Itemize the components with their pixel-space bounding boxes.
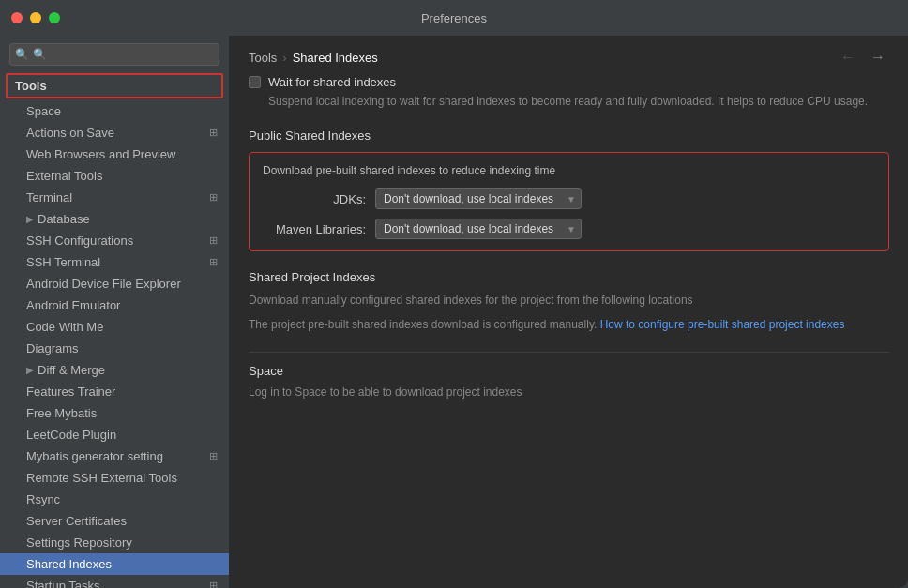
- sidebar-item-label: Mybatis generator setting: [26, 449, 163, 463]
- sidebar-item-rsync[interactable]: Rsync: [0, 489, 229, 510]
- main-content: 🔍 Tools Space Actions on Save ⊞ Web Brow…: [0, 36, 908, 588]
- sidebar-item-label: LeetCode Plugin: [26, 428, 116, 442]
- breadcrumb-parent[interactable]: Tools: [249, 51, 277, 65]
- sidebar-item-free-mybatis[interactable]: Free Mybatis: [0, 402, 229, 424]
- traffic-lights: [11, 12, 60, 23]
- wait-section: Wait for shared indexes Suspend local in…: [249, 75, 889, 110]
- search-input[interactable]: [9, 43, 219, 66]
- sidebar-item-label: Server Certificates: [26, 514, 127, 528]
- settings-icon: ⊞: [209, 127, 218, 139]
- sidebar-item-label: Rsync: [26, 492, 60, 506]
- search-wrap: 🔍: [9, 43, 219, 66]
- sidebar-item-actions-on-save[interactable]: Actions on Save ⊞: [0, 122, 229, 143]
- shared-project-title: Shared Project Indexes: [249, 270, 889, 284]
- jdks-select-wrap: Don't download, use local indexesDownloa…: [375, 188, 582, 209]
- sidebar-item-label: Web Browsers and Preview: [26, 147, 175, 161]
- chevron-right-icon: ▶: [26, 365, 34, 375]
- sidebar-item-ssh-terminal[interactable]: SSH Terminal ⊞: [0, 251, 229, 273]
- sidebar-item-label: Remote SSH External Tools: [26, 471, 177, 485]
- public-bordered-section: Download pre-built shared indexes to red…: [249, 152, 889, 251]
- sidebar-item-label: Code With Me: [26, 320, 103, 334]
- sidebar-item-android-file[interactable]: Android Device File Explorer: [0, 273, 229, 294]
- sidebar: 🔍 Tools Space Actions on Save ⊞ Web Brow…: [0, 36, 230, 588]
- sidebar-item-diff-merge[interactable]: ▶ Diff & Merge: [0, 359, 229, 381]
- main-panel: Tools › Shared Indexes ← → Wait for shar…: [230, 36, 908, 588]
- sidebar-item-label: Shared Indexes: [26, 557, 112, 571]
- sidebar-item-label: Diagrams: [26, 341, 79, 355]
- sidebar-item-label: SSH Terminal: [26, 255, 100, 269]
- sidebar-item-server-certs[interactable]: Server Certificates: [0, 510, 229, 532]
- sidebar-item-label: External Tools: [26, 169, 102, 183]
- sidebar-item-shared-indexes[interactable]: Shared Indexes: [0, 553, 229, 575]
- sidebar-item-startup-tasks[interactable]: Startup Tasks ⊞: [0, 575, 229, 588]
- sidebar-item-label: Android Device File Explorer: [26, 277, 181, 291]
- sidebar-list: Tools Space Actions on Save ⊞ Web Browse…: [0, 73, 229, 588]
- wait-checkbox[interactable]: [249, 76, 261, 88]
- sidebar-item-space[interactable]: Space: [0, 100, 229, 122]
- jdks-label: JDKs:: [263, 192, 366, 206]
- sidebar-item-remote-ssh[interactable]: Remote SSH External Tools: [0, 467, 229, 489]
- sidebar-item-ssh-config[interactable]: SSH Configurations ⊞: [0, 230, 229, 251]
- space-desc: Log in to Space to be able to download p…: [249, 385, 889, 399]
- sidebar-item-label: Terminal: [26, 190, 72, 204]
- public-section: Public Shared Indexes Download pre-built…: [249, 128, 889, 251]
- main-body: Wait for shared indexes Suspend local in…: [230, 75, 908, 588]
- space-section: Space Log in to Space to be able to down…: [249, 364, 889, 399]
- sidebar-item-external-tools[interactable]: External Tools: [0, 165, 229, 187]
- preferences-window: Preferences 🔍 Tools Space Actions on Sav…: [0, 0, 908, 588]
- detail-pre-text: The project pre-built shared indexes dow…: [249, 318, 600, 331]
- breadcrumb: Tools › Shared Indexes: [249, 51, 378, 65]
- chevron-right-icon: ▶: [26, 214, 34, 224]
- wait-checkbox-row: Wait for shared indexes: [249, 75, 889, 89]
- sidebar-item-code-with-me[interactable]: Code With Me: [0, 316, 229, 338]
- breadcrumb-current: Shared Indexes: [293, 51, 378, 65]
- maven-label: Maven Libraries:: [263, 222, 366, 236]
- sidebar-item-tools[interactable]: Tools: [6, 73, 223, 98]
- sidebar-item-label: Free Mybatis: [26, 406, 97, 420]
- shared-project-detail: The project pre-built shared indexes dow…: [249, 316, 889, 333]
- maximize-button[interactable]: [49, 12, 60, 23]
- sidebar-item-label: Tools: [15, 79, 47, 93]
- maven-select[interactable]: Don't download, use local indexesDownloa…: [375, 219, 582, 239]
- settings-icon: ⊞: [209, 234, 218, 247]
- sidebar-item-mybatis-gen[interactable]: Mybatis generator setting ⊞: [0, 445, 229, 467]
- jdks-row: JDKs: Don't download, use local indexesD…: [263, 188, 875, 209]
- sidebar-item-label: Database: [38, 212, 90, 226]
- sidebar-item-leetcode[interactable]: LeetCode Plugin: [0, 424, 229, 445]
- sidebar-item-settings-repo[interactable]: Settings Repository: [0, 532, 229, 553]
- settings-icon: ⊞: [209, 191, 218, 204]
- minimize-button[interactable]: [30, 12, 41, 23]
- close-button[interactable]: [11, 12, 23, 23]
- forward-button[interactable]: →: [867, 47, 889, 68]
- search-box: 🔍: [0, 36, 229, 73]
- wait-label: Wait for shared indexes: [268, 75, 396, 89]
- main-header: Tools › Shared Indexes ← →: [230, 36, 908, 75]
- back-button[interactable]: ←: [837, 47, 859, 68]
- search-icon: 🔍: [15, 48, 29, 61]
- expand-wrap: ▶ Database: [26, 212, 90, 226]
- sidebar-item-label: Settings Repository: [26, 535, 132, 550]
- sidebar-item-label: Space: [26, 104, 61, 118]
- sidebar-item-android-emulator[interactable]: Android Emulator: [0, 294, 229, 316]
- sidebar-item-web-browsers[interactable]: Web Browsers and Preview: [0, 143, 229, 165]
- maven-select-wrap: Don't download, use local indexesDownloa…: [375, 219, 582, 239]
- sidebar-item-database[interactable]: ▶ Database: [0, 208, 229, 230]
- nav-arrows: ← →: [837, 47, 889, 68]
- sidebar-item-features-trainer[interactable]: Features Trainer: [0, 381, 229, 402]
- sidebar-item-label: Android Emulator: [26, 298, 120, 312]
- jdks-select[interactable]: Don't download, use local indexesDownloa…: [375, 188, 582, 209]
- sidebar-item-label: Diff & Merge: [38, 363, 105, 377]
- sidebar-item-label: Actions on Save: [26, 126, 114, 140]
- settings-icon: ⊞: [209, 450, 218, 462]
- wait-hint: Suspend local indexing to wait for share…: [268, 93, 889, 110]
- expand-wrap: ▶ Diff & Merge: [26, 363, 105, 377]
- sidebar-item-label: Startup Tasks: [26, 579, 100, 588]
- sidebar-item-diagrams[interactable]: Diagrams: [0, 338, 229, 359]
- configure-link[interactable]: How to configure pre-built shared projec…: [600, 318, 845, 331]
- sidebar-item-label: Features Trainer: [26, 384, 115, 399]
- sidebar-item-terminal[interactable]: Terminal ⊞: [0, 187, 229, 208]
- divider: [249, 352, 889, 353]
- space-title: Space: [249, 364, 889, 378]
- bordered-title: Download pre-built shared indexes to red…: [263, 164, 875, 177]
- sidebar-item-label: SSH Configurations: [26, 234, 133, 248]
